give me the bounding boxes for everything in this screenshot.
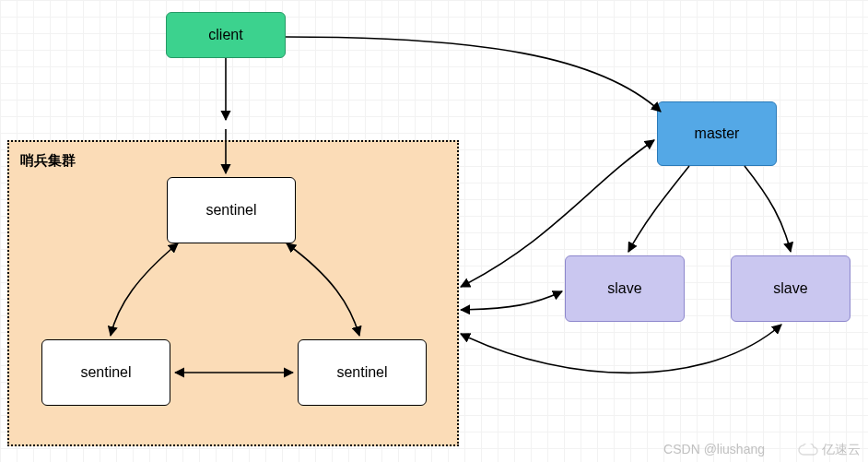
sentinel-node-right-label: sentinel [336, 364, 387, 381]
sentinel-node-top: sentinel [167, 177, 296, 243]
slave-node-2-label: slave [773, 280, 807, 297]
cloud-icon [798, 444, 818, 456]
master-node: master [657, 101, 777, 166]
sentinel-node-top-label: sentinel [205, 202, 256, 219]
watermark-csdn: CSDN @liushang [663, 442, 765, 456]
watermark-provider: 亿速云 [798, 442, 861, 458]
slave-node-1: slave [565, 255, 685, 322]
sentinel-node-left: sentinel [41, 339, 170, 406]
watermark-provider-label: 亿速云 [822, 442, 861, 458]
sentinel-node-left-label: sentinel [80, 364, 131, 381]
sentinel-cluster-label: 哨兵集群 [20, 152, 76, 170]
sentinel-node-right: sentinel [298, 339, 427, 406]
slave-node-1-label: slave [607, 280, 641, 297]
client-node: client [166, 12, 286, 58]
slave-node-2: slave [731, 255, 850, 322]
master-node-label: master [695, 125, 740, 142]
client-node-label: client [208, 27, 242, 43]
